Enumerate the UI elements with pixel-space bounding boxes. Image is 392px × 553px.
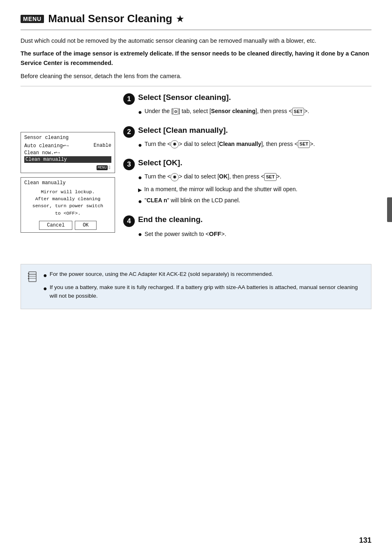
screen2-body: Mirror will lockup. After manually clean…	[24, 188, 111, 217]
svg-rect-4	[28, 273, 29, 274]
step3: 3 Select [OK]. ● Turn the <◉> dial to se…	[123, 158, 371, 206]
screen1-row1: Auto cleaning↩→ Enable	[24, 142, 111, 149]
screen-mockups: Sensor cleaning Auto cleaning↩→ Enable C…	[21, 93, 115, 248]
screen2-title: Clean manually	[24, 180, 111, 186]
note-icon	[27, 271, 38, 303]
step2-heading: Select [Clean manually].	[138, 126, 228, 135]
title-text: Manual Sensor Cleaning	[48, 12, 172, 25]
step2: 2 Select [Clean manually]. ● Turn the <◉…	[123, 126, 371, 150]
note-bullet1: ● For the power source, using the AC Ada…	[43, 270, 364, 281]
note-dot1: ●	[43, 271, 47, 281]
step4: 4 End the cleaning. ● Set the power swit…	[123, 215, 371, 240]
step3-bullet2: ▶ In a moment, the mirror will lockup an…	[138, 185, 371, 194]
dial-icon: ◉	[171, 140, 179, 148]
step3-bullet1: ● Turn the <◉> dial to select [OK], then…	[138, 172, 371, 183]
divider	[21, 86, 371, 86]
note-section: ● For the power source, using the AC Ada…	[21, 264, 371, 309]
page-title: MENU Manual Sensor Cleaning ★	[21, 12, 371, 30]
bullet-dot-icon2: ●	[138, 140, 142, 150]
screen1-mockup: Sensor cleaning Auto cleaning↩→ Enable C…	[21, 132, 115, 173]
intro-line1: Dust which could not be removed by the a…	[21, 36, 371, 46]
star-icon: ★	[176, 14, 184, 24]
screen1-row3-label: Clean manually	[25, 157, 67, 162]
step3-bullet2-text: In a moment, the mirror will lockup and …	[144, 185, 297, 194]
step4-bullet1: ● Set the power switch to <OFF>.	[138, 229, 371, 240]
triangle-icon: ▶	[138, 186, 142, 194]
step3-bullet3: ● "CLEA n" will blink on the LCD panel.	[138, 196, 371, 207]
screen2-ok-btn: OK	[75, 221, 96, 230]
step4-heading: End the cleaning.	[138, 215, 203, 224]
screen1-title: Sensor cleaning	[24, 135, 111, 141]
step4-bullets: ● Set the power switch to <OFF>.	[123, 229, 371, 240]
step1-number: 1	[123, 93, 135, 105]
main-content: Sensor cleaning Auto cleaning↩→ Enable C…	[21, 93, 371, 248]
page-number: 131	[359, 536, 371, 545]
steps-list: 1 Select [Sensor cleaning]. ● Under the …	[115, 93, 371, 248]
step1-bullet1: ● Under the [⚙] tab, select [Sensor clea…	[138, 107, 371, 118]
step2-bullet1: ● Turn the <◉> dial to select [Clean man…	[138, 140, 371, 150]
step3-bullets: ● Turn the <◉> dial to select [OK], then…	[123, 172, 371, 206]
screen1-row2: Clean now.↩→	[24, 149, 111, 156]
intro-line3: Before cleaning the sensor, detach the l…	[21, 72, 371, 81]
menu-badge: MENU	[21, 15, 44, 23]
step3-heading: Select [OK].	[138, 158, 182, 167]
note-bullet1-text: For the power source, using the AC Adapt…	[50, 270, 273, 279]
screen2-cancel-btn: Cancel	[39, 221, 72, 230]
svg-rect-0	[29, 272, 36, 282]
step4-number: 4	[123, 215, 135, 227]
step1-bullets: ● Under the [⚙] tab, select [Sensor clea…	[123, 107, 371, 118]
note-bullet2: ● If you use a battery, make sure it is …	[43, 283, 364, 301]
step3-bullet1-text: Turn the <◉> dial to select [OK], then p…	[145, 172, 281, 181]
note-dot2: ●	[43, 284, 47, 294]
bullet-dot-icon5: ●	[138, 229, 142, 240]
step1-bullet1-text: Under the [⚙] tab, select [Sensor cleani…	[145, 107, 309, 116]
dial-icon2: ◉	[171, 173, 179, 181]
intro-line2: The surface of the image sensor is extre…	[21, 49, 371, 68]
screen1-row1-label: Auto cleaning↩→	[24, 143, 69, 149]
note-bullets: ● For the power source, using the AC Ada…	[43, 270, 364, 303]
svg-rect-6	[28, 278, 29, 279]
step3-number: 3	[123, 159, 135, 170]
step2-number: 2	[123, 126, 135, 138]
svg-rect-5	[28, 275, 29, 277]
sidebar-tab	[387, 197, 392, 222]
step2-bullets: ● Turn the <◉> dial to select [Clean man…	[123, 140, 371, 150]
screen2-mockup: Clean manually Mirror will lockup. After…	[21, 177, 115, 233]
step1: 1 Select [Sensor cleaning]. ● Under the …	[123, 93, 371, 118]
step3-bullet3-text: "CLEA n" will blink on the LCD panel.	[145, 196, 240, 205]
bullet-dot-icon4: ●	[138, 197, 142, 207]
step4-bullet1-text: Set the power switch to <OFF>.	[145, 229, 226, 239]
bullet-dot-icon3: ●	[138, 173, 142, 183]
note-bullet2-text: If you use a battery, make sure it is fu…	[50, 283, 364, 301]
step1-heading: Select [Sensor cleaning].	[138, 93, 231, 102]
screen1-footer-arrow: 𡪕	[108, 165, 111, 170]
screen1-row2-label: Clean now.↩→	[24, 150, 60, 156]
screen1-footer: MENU 𡪕	[24, 165, 111, 170]
screen1-row1-value: Enable	[94, 143, 111, 149]
screen1-row3: Clean manually	[24, 156, 111, 163]
screen2-buttons: Cancel OK	[24, 221, 111, 230]
bullet-dot-icon: ●	[138, 107, 142, 118]
screen1-menu-badge: MENU	[97, 165, 108, 170]
step2-bullet1-text: Turn the <◉> dial to select [Clean manua…	[145, 140, 315, 149]
